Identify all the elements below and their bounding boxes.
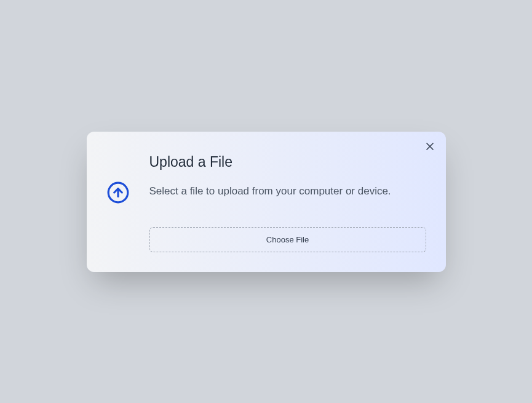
upload-arrow-icon (106, 196, 130, 206)
modal-title: Upload a File (149, 154, 426, 170)
modal-content: Upload a File Select a file to upload fr… (149, 151, 426, 252)
upload-icon-container (106, 151, 130, 207)
modal-description: Select a file to upload from your comput… (149, 185, 426, 198)
close-button[interactable] (423, 140, 437, 155)
upload-modal: Upload a File Select a file to upload fr… (87, 132, 446, 272)
choose-file-button[interactable]: Choose File (149, 227, 426, 252)
close-icon (424, 140, 436, 154)
